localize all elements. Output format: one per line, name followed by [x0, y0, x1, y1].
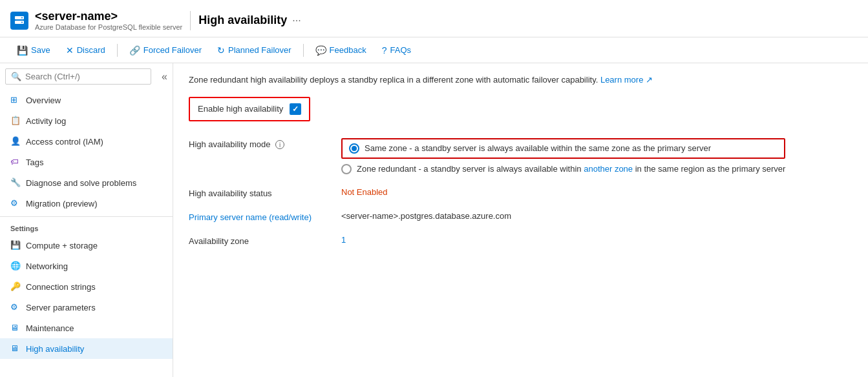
- save-button[interactable]: 💾 Save: [10, 43, 57, 58]
- content-area: Zone redundant high availability deploys…: [173, 63, 868, 377]
- learn-more-link[interactable]: Learn more ↗: [600, 75, 653, 85]
- planned-failover-icon: ↻: [217, 45, 225, 56]
- feedback-label: Feedback: [330, 45, 366, 55]
- sidebar-item-diagnose[interactable]: 🔧 Diagnose and solve problems: [0, 172, 173, 193]
- radio-zone-redundant-option[interactable]: Zone redundant - a standby server is alw…: [341, 164, 785, 174]
- radio-options: Same zone - a standby server is always a…: [341, 138, 785, 174]
- ha-status-value: Not Enabled: [341, 187, 388, 197]
- sidebar: 🔍 « ⊞ Overview 📋 Activity log 👤 Access c…: [0, 63, 173, 377]
- intro-text-body: Zone redundant high availability deploys…: [189, 75, 598, 85]
- header-divider: [190, 11, 191, 30]
- faqs-label: FAQs: [390, 45, 411, 55]
- sidebar-item-tags[interactable]: 🏷 Tags: [0, 152, 173, 172]
- enable-ha-checkbox[interactable]: [290, 103, 301, 115]
- planned-failover-button[interactable]: ↻ Planned Failover: [211, 43, 298, 58]
- search-box[interactable]: 🔍: [5, 68, 151, 85]
- sidebar-item-access-control-label: Access control (IAM): [26, 137, 103, 147]
- enable-ha-box[interactable]: Enable high availability: [189, 97, 310, 121]
- save-label: Save: [31, 45, 50, 55]
- sidebar-item-overview[interactable]: ⊞ Overview: [0, 90, 173, 110]
- server-name: <server-name>: [35, 10, 182, 23]
- svg-point-2: [21, 17, 23, 18]
- top-header: <server-name> Azure Database for Postgre…: [0, 0, 868, 37]
- intro-text: Zone redundant high availability deploys…: [189, 74, 852, 87]
- search-icon: 🔍: [11, 72, 21, 81]
- compute-icon: 💾: [10, 240, 21, 250]
- svg-point-3: [21, 21, 23, 23]
- sidebar-item-server-parameters[interactable]: ⚙ Server parameters: [0, 297, 173, 318]
- sidebar-item-high-availability[interactable]: 🖥 High availability: [0, 338, 173, 359]
- discard-icon: ✕: [66, 45, 74, 56]
- search-input[interactable]: [25, 72, 145, 81]
- tags-icon: 🏷: [10, 157, 21, 167]
- availability-zone-label: Availability zone: [189, 235, 331, 246]
- sidebar-item-diagnose-label: Diagnose and solve problems: [26, 178, 136, 188]
- save-icon: 💾: [17, 45, 28, 56]
- forced-failover-label: Forced Failover: [143, 45, 202, 55]
- ha-mode-info-icon[interactable]: i: [275, 140, 284, 149]
- header-subtitle: Azure Database for PostgreSQL flexible s…: [35, 23, 182, 31]
- sidebar-item-tags-label: Tags: [26, 158, 43, 167]
- enable-ha-label: Enable high availability: [198, 104, 283, 114]
- faqs-icon: ?: [382, 45, 387, 56]
- primary-server-value: <server-name>.postgres.database.azure.co…: [341, 211, 511, 221]
- ha-status-label: High availability status: [189, 187, 331, 198]
- connection-icon: 🔑: [10, 281, 21, 292]
- discard-label: Discard: [77, 45, 105, 55]
- radio-same-zone-dot[interactable]: [349, 143, 359, 154]
- availability-zone-row: Availability zone 1: [189, 229, 852, 252]
- sidebar-item-compute-storage[interactable]: 💾 Compute + storage: [0, 235, 173, 256]
- primary-server-row: Primary server name (read/write) <server…: [189, 205, 852, 229]
- diagnose-icon: 🔧: [10, 178, 21, 188]
- forced-failover-button[interactable]: 🔗 Forced Failover: [123, 43, 208, 58]
- ha-mode-label: High availability mode i: [189, 138, 331, 150]
- activity-log-icon: 📋: [10, 116, 21, 126]
- sidebar-item-activity-log-label: Activity log: [26, 116, 66, 126]
- toolbar-separator-2: [303, 44, 304, 57]
- sidebar-item-networking[interactable]: 🌐 Networking: [0, 256, 173, 276]
- sidebar-item-maintenance[interactable]: 🖥 Maintenance: [0, 318, 173, 338]
- overview-icon: ⊞: [10, 95, 21, 105]
- toolbar-separator: [117, 44, 118, 57]
- high-availability-icon: 🖥: [10, 343, 21, 354]
- sidebar-item-parameters-label: Server parameters: [26, 303, 96, 312]
- sidebar-item-connection-strings[interactable]: 🔑 Connection strings: [0, 276, 173, 297]
- radio-zone-redundant-dot[interactable]: [341, 164, 352, 174]
- settings-section-label: Settings: [0, 216, 173, 235]
- radio-zone-redundant-label: Zone redundant - a standby server is alw…: [357, 164, 785, 174]
- collapse-button[interactable]: «: [156, 68, 173, 85]
- planned-failover-label: Planned Failover: [228, 45, 291, 55]
- feedback-button[interactable]: 💬 Feedback: [309, 43, 373, 58]
- sidebar-item-migration[interactable]: ⚙ Migration (preview): [0, 193, 173, 214]
- sidebar-item-migration-label: Migration (preview): [26, 199, 98, 209]
- networking-icon: 🌐: [10, 261, 21, 271]
- page-title: High availability: [198, 14, 287, 27]
- discard-button[interactable]: ✕ Discard: [59, 43, 112, 58]
- sidebar-item-ha-label: High availability: [26, 344, 84, 354]
- header-title-group: <server-name> Azure Database for Postgre…: [35, 10, 182, 31]
- access-control-icon: 👤: [10, 136, 21, 147]
- sidebar-item-connection-label: Connection strings: [26, 282, 96, 292]
- radio-same-zone-label: Same zone - a standby server is always a…: [365, 143, 711, 153]
- sidebar-item-compute-label: Compute + storage: [26, 241, 98, 250]
- sidebar-item-networking-label: Networking: [26, 261, 68, 271]
- ha-mode-row: High availability mode i Same zone - a s…: [189, 132, 852, 181]
- parameters-icon: ⚙: [10, 302, 21, 312]
- sidebar-item-activity-log[interactable]: 📋 Activity log: [0, 110, 173, 131]
- maintenance-icon: 🖥: [10, 323, 21, 333]
- ha-status-row: High availability status Not Enabled: [189, 181, 852, 205]
- radio-same-zone-box[interactable]: Same zone - a standby server is always a…: [341, 138, 785, 159]
- sidebar-item-overview-label: Overview: [26, 96, 61, 105]
- main-layout: 🔍 « ⊞ Overview 📋 Activity log 👤 Access c…: [0, 63, 868, 377]
- availability-zone-value: 1: [341, 235, 346, 245]
- toolbar: 💾 Save ✕ Discard 🔗 Forced Failover ↻ Pla…: [0, 37, 868, 63]
- feedback-icon: 💬: [315, 45, 326, 56]
- server-icon: [10, 12, 28, 30]
- sidebar-item-maintenance-label: Maintenance: [26, 323, 74, 333]
- primary-server-label: Primary server name (read/write): [189, 211, 331, 222]
- header-ellipsis[interactable]: ···: [292, 15, 301, 26]
- migration-icon: ⚙: [10, 198, 21, 209]
- sidebar-item-access-control[interactable]: 👤 Access control (IAM): [0, 131, 173, 152]
- forced-failover-icon: 🔗: [129, 45, 140, 56]
- faqs-button[interactable]: ? FAQs: [376, 43, 418, 58]
